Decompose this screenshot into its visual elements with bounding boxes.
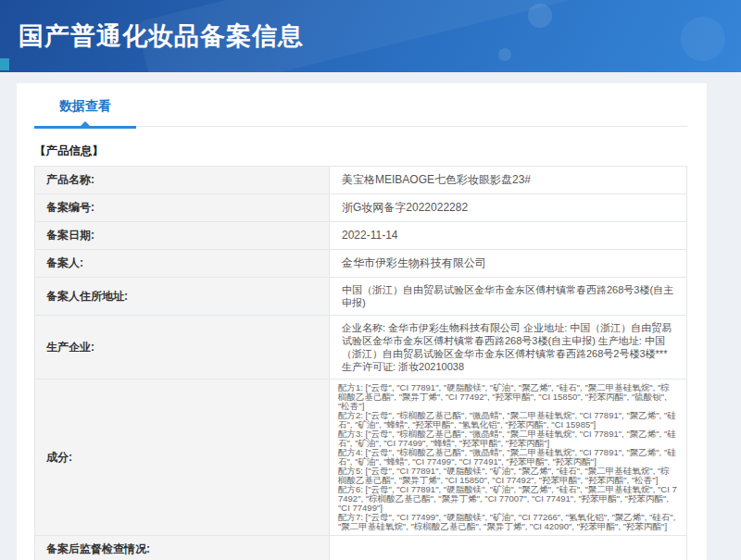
- tab-data-view-label: 数据查看: [59, 98, 111, 113]
- registrant-address-value: 中国（浙江）自由贸易试验区金华市金东区傅村镇常春西路268号3楼(自主申报): [330, 278, 687, 316]
- record-no-value: 浙G妆网备字2022022282: [330, 194, 687, 222]
- manufacturer-label: 生产企业:: [35, 316, 330, 380]
- page-header: 国产普通化妆品备案信息: [0, 0, 741, 72]
- formula-line: 配方2: ["云母", "棕榈酸乙基己酯", "微晶蜡", "聚二甲基硅氧烷",…: [338, 411, 678, 429]
- table-row-registrant: 备案人: 金华市伊彩生物科技有限公司: [35, 250, 687, 278]
- table-row-record-date: 备案日期: 2022-11-14: [35, 222, 687, 250]
- post-record-check-label: 备案后监督检查情况:: [35, 536, 330, 560]
- product-name-value: 美宝格MEIBAOGE七色彩妆眼影盘23#: [330, 167, 687, 194]
- ingredients-value: 配方1: ["云母", "CI 77891", "硬脂酸镁", "矿油", "聚…: [330, 380, 687, 536]
- banner-circle-decoration: [498, 48, 511, 61]
- table-row-manufacturer: 生产企业: 企业名称: 金华市伊彩生物科技有限公司 企业地址: 中国（浙江）自由…: [35, 316, 687, 380]
- tab-data-view[interactable]: 数据查看: [34, 96, 136, 127]
- record-date-label: 备案日期:: [35, 222, 330, 250]
- post-record-check-value: [330, 536, 687, 560]
- banner-circle-decoration: [528, 4, 552, 28]
- product-info-table: 产品名称: 美宝格MEIBAOGE七色彩妆眼影盘23# 备案编号: 浙G妆网备字…: [34, 166, 687, 560]
- table-row-registrant-address: 备案人住所地址: 中国（浙江）自由贸易试验区金华市金东区傅村镇常春西路268号3…: [35, 278, 687, 316]
- formula-line: 配方5: ["云母", "CI 77891", "硬脂酸镁", "矿油", "聚…: [338, 467, 678, 485]
- record-no-label: 备案编号:: [35, 194, 330, 222]
- registrant-value: 金华市伊彩生物科技有限公司: [330, 250, 687, 278]
- formula-line: 配方7: ["云母", "CI 77499", "硬脂酸镁", "矿油", "C…: [338, 513, 678, 531]
- registrant-label: 备案人:: [35, 250, 330, 278]
- record-date-value: 2022-11-14: [330, 222, 687, 250]
- formula-line: 配方3: ["云母", "棕榈酸乙基己酯", "微晶蜡", "聚二甲基硅氧烷",…: [338, 429, 678, 448]
- content-card: 数据查看 【产品信息】 产品名称: 美宝格MEIBAOGE七色彩妆眼影盘23# …: [17, 83, 707, 560]
- manufacturer-value: 企业名称: 金华市伊彩生物科技有限公司 企业地址: 中国（浙江）自由贸易试验区金…: [330, 316, 687, 380]
- formula-line: 配方6: ["云母", "CI 77891", "硬脂酸镁", "矿油", "聚…: [338, 485, 678, 513]
- page-body: 数据查看 【产品信息】 产品名称: 美宝格MEIBAOGE七色彩妆眼影盘23# …: [0, 72, 741, 560]
- banner-circle-decoration: [681, 17, 725, 61]
- registrant-address-label: 备案人住所地址:: [35, 278, 330, 316]
- table-row-record-no: 备案编号: 浙G妆网备字2022022282: [35, 194, 687, 222]
- section-product-info-title: 【产品信息】: [34, 143, 687, 159]
- table-row-product-name: 产品名称: 美宝格MEIBAOGE七色彩妆眼影盘23#: [35, 167, 687, 194]
- formula-line: 配方1: ["云母", "CI 77891", "硬脂酸镁", "矿油", "聚…: [338, 383, 678, 411]
- page-title: 国产普通化妆品备案信息: [19, 19, 304, 53]
- table-row-post-record-check: 备案后监督检查情况:: [35, 536, 687, 560]
- tab-bar: 数据查看: [34, 96, 687, 127]
- tab-caret-icon: [81, 121, 90, 126]
- banner-teal-accent: [0, 58, 9, 70]
- formula-line: 配方4: ["云母", "棕榈酸乙基己酯", "微晶蜡", "聚二甲基硅氧烷",…: [338, 448, 678, 467]
- ingredients-label: 成分:: [35, 380, 330, 536]
- table-row-ingredients: 成分: 配方1: ["云母", "CI 77891", "硬脂酸镁", "矿油"…: [35, 380, 687, 536]
- product-name-label: 产品名称:: [35, 167, 330, 194]
